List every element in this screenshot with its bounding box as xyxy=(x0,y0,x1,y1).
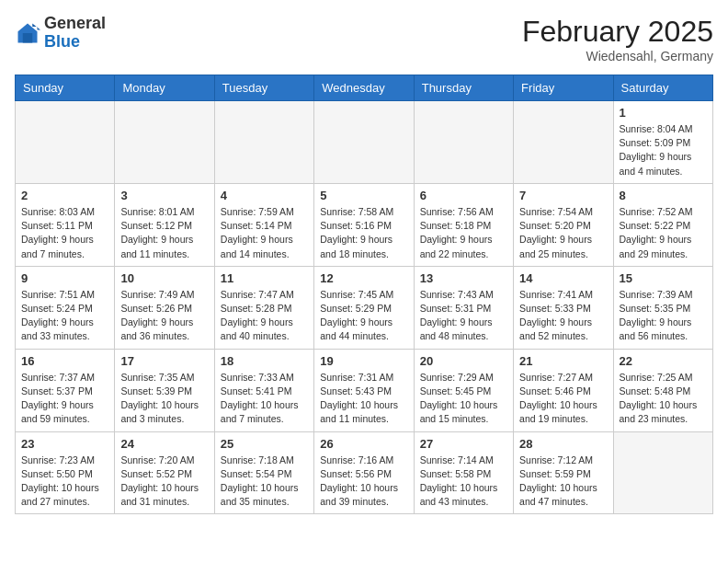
day-number: 6 xyxy=(420,189,507,202)
day-number: 8 xyxy=(620,189,707,202)
calendar-cell: 26Sunrise: 7:16 AM Sunset: 5:56 PM Dayli… xyxy=(314,431,414,514)
calendar-cell: 27Sunrise: 7:14 AM Sunset: 5:58 PM Dayli… xyxy=(414,431,513,514)
svg-rect-2 xyxy=(23,33,33,43)
day-info: Sunrise: 7:39 AM Sunset: 5:35 PM Dayligh… xyxy=(620,288,707,344)
day-number: 27 xyxy=(420,437,507,451)
weekday-header-sunday: Sunday xyxy=(16,75,115,101)
week-row-2: 2Sunrise: 8:03 AM Sunset: 5:11 PM Daylig… xyxy=(16,183,713,266)
day-info: Sunrise: 7:43 AM Sunset: 5:31 PM Dayligh… xyxy=(420,288,507,344)
day-number: 2 xyxy=(21,189,108,202)
calendar-cell: 15Sunrise: 7:39 AM Sunset: 5:35 PM Dayli… xyxy=(613,266,712,349)
day-number: 9 xyxy=(21,271,108,285)
calendar-cell xyxy=(414,101,513,184)
day-number: 25 xyxy=(221,437,308,451)
calendar-cell: 12Sunrise: 7:45 AM Sunset: 5:29 PM Dayli… xyxy=(314,266,414,349)
calendar: SundayMondayTuesdayWednesdayThursdayFrid… xyxy=(15,75,713,514)
day-number: 20 xyxy=(420,354,507,368)
calendar-cell: 17Sunrise: 7:35 AM Sunset: 5:39 PM Dayli… xyxy=(115,349,214,431)
day-number: 10 xyxy=(120,271,208,285)
day-info: Sunrise: 7:27 AM Sunset: 5:46 PM Dayligh… xyxy=(519,371,607,427)
location: Wiedensahl, Germany xyxy=(522,49,713,63)
day-info: Sunrise: 7:45 AM Sunset: 5:29 PM Dayligh… xyxy=(320,288,407,344)
page-header: General Blue February 2025 Wiedensahl, G… xyxy=(15,15,713,63)
week-row-1: 1Sunrise: 8:04 AM Sunset: 5:09 PM Daylig… xyxy=(16,101,713,184)
day-info: Sunrise: 7:14 AM Sunset: 5:58 PM Dayligh… xyxy=(420,454,507,510)
day-info: Sunrise: 7:18 AM Sunset: 5:54 PM Dayligh… xyxy=(221,454,308,510)
day-info: Sunrise: 7:58 AM Sunset: 5:16 PM Dayligh… xyxy=(320,205,407,261)
day-number: 15 xyxy=(620,271,707,285)
calendar-cell: 4Sunrise: 7:59 AM Sunset: 5:14 PM Daylig… xyxy=(214,183,313,266)
day-info: Sunrise: 7:49 AM Sunset: 5:26 PM Dayligh… xyxy=(120,288,208,344)
day-info: Sunrise: 8:03 AM Sunset: 5:11 PM Dayligh… xyxy=(21,205,108,261)
day-info: Sunrise: 7:35 AM Sunset: 5:39 PM Dayligh… xyxy=(120,371,208,427)
weekday-header-monday: Monday xyxy=(115,75,214,101)
day-info: Sunrise: 8:04 AM Sunset: 5:09 PM Dayligh… xyxy=(620,122,707,178)
weekday-header-friday: Friday xyxy=(514,75,613,101)
day-number: 19 xyxy=(320,354,407,368)
day-number: 14 xyxy=(519,271,607,285)
day-info: Sunrise: 7:51 AM Sunset: 5:24 PM Dayligh… xyxy=(21,288,108,344)
day-info: Sunrise: 7:16 AM Sunset: 5:56 PM Dayligh… xyxy=(320,454,407,510)
day-info: Sunrise: 7:54 AM Sunset: 5:20 PM Dayligh… xyxy=(519,205,607,261)
calendar-cell: 23Sunrise: 7:23 AM Sunset: 5:50 PM Dayli… xyxy=(16,431,115,514)
logo-blue-text: Blue xyxy=(44,32,80,51)
day-info: Sunrise: 7:59 AM Sunset: 5:14 PM Dayligh… xyxy=(221,205,308,261)
calendar-cell: 7Sunrise: 7:54 AM Sunset: 5:20 PM Daylig… xyxy=(514,183,613,266)
day-number: 16 xyxy=(21,354,108,368)
calendar-cell: 2Sunrise: 8:03 AM Sunset: 5:11 PM Daylig… xyxy=(16,183,115,266)
calendar-cell: 14Sunrise: 7:41 AM Sunset: 5:33 PM Dayli… xyxy=(514,266,613,349)
calendar-cell: 6Sunrise: 7:56 AM Sunset: 5:18 PM Daylig… xyxy=(414,183,513,266)
calendar-cell: 16Sunrise: 7:37 AM Sunset: 5:37 PM Dayli… xyxy=(16,349,115,431)
calendar-cell xyxy=(16,101,115,184)
calendar-cell: 10Sunrise: 7:49 AM Sunset: 5:26 PM Dayli… xyxy=(115,266,214,349)
day-number: 21 xyxy=(519,354,607,368)
day-info: Sunrise: 7:56 AM Sunset: 5:18 PM Dayligh… xyxy=(420,205,507,261)
day-info: Sunrise: 7:25 AM Sunset: 5:48 PM Dayligh… xyxy=(620,371,707,427)
day-info: Sunrise: 7:37 AM Sunset: 5:37 PM Dayligh… xyxy=(21,371,108,427)
calendar-cell: 19Sunrise: 7:31 AM Sunset: 5:43 PM Dayli… xyxy=(314,349,414,431)
day-number: 1 xyxy=(620,106,707,120)
calendar-cell: 21Sunrise: 7:27 AM Sunset: 5:46 PM Dayli… xyxy=(514,349,613,431)
logo-general: General xyxy=(44,14,106,32)
day-number: 3 xyxy=(120,189,208,202)
day-info: Sunrise: 7:31 AM Sunset: 5:43 PM Dayligh… xyxy=(320,371,407,427)
weekday-header-tuesday: Tuesday xyxy=(214,75,313,101)
calendar-cell: 28Sunrise: 7:12 AM Sunset: 5:59 PM Dayli… xyxy=(514,431,613,514)
calendar-cell: 3Sunrise: 8:01 AM Sunset: 5:12 PM Daylig… xyxy=(115,183,214,266)
day-info: Sunrise: 7:47 AM Sunset: 5:28 PM Dayligh… xyxy=(221,288,308,344)
calendar-cell: 24Sunrise: 7:20 AM Sunset: 5:52 PM Dayli… xyxy=(115,431,214,514)
calendar-cell: 22Sunrise: 7:25 AM Sunset: 5:48 PM Dayli… xyxy=(613,349,712,431)
calendar-cell xyxy=(514,101,613,184)
calendar-cell: 5Sunrise: 7:58 AM Sunset: 5:16 PM Daylig… xyxy=(314,183,414,266)
weekday-header-thursday: Thursday xyxy=(414,75,513,101)
day-number: 23 xyxy=(21,437,108,451)
logo-text: General Blue xyxy=(44,15,106,52)
calendar-cell: 1Sunrise: 8:04 AM Sunset: 5:09 PM Daylig… xyxy=(613,101,712,184)
weekday-header-saturday: Saturday xyxy=(613,75,712,101)
day-number: 7 xyxy=(519,189,607,202)
logo: General Blue xyxy=(15,15,106,52)
calendar-cell: 9Sunrise: 7:51 AM Sunset: 5:24 PM Daylig… xyxy=(16,266,115,349)
calendar-cell xyxy=(214,101,313,184)
day-number: 17 xyxy=(120,354,208,368)
day-info: Sunrise: 7:12 AM Sunset: 5:59 PM Dayligh… xyxy=(519,454,607,510)
calendar-cell: 13Sunrise: 7:43 AM Sunset: 5:31 PM Dayli… xyxy=(414,266,513,349)
day-number: 24 xyxy=(120,437,208,451)
day-number: 11 xyxy=(221,271,308,285)
day-number: 28 xyxy=(519,437,607,451)
day-number: 13 xyxy=(420,271,507,285)
calendar-cell xyxy=(115,101,214,184)
weekday-header-wednesday: Wednesday xyxy=(314,75,414,101)
week-row-3: 9Sunrise: 7:51 AM Sunset: 5:24 PM Daylig… xyxy=(16,266,713,349)
week-row-4: 16Sunrise: 7:37 AM Sunset: 5:37 PM Dayli… xyxy=(16,349,713,431)
day-info: Sunrise: 7:20 AM Sunset: 5:52 PM Dayligh… xyxy=(120,454,208,510)
day-number: 26 xyxy=(320,437,407,451)
logo-icon xyxy=(15,20,40,46)
calendar-cell: 11Sunrise: 7:47 AM Sunset: 5:28 PM Dayli… xyxy=(214,266,313,349)
weekday-header-row: SundayMondayTuesdayWednesdayThursdayFrid… xyxy=(16,75,713,101)
day-number: 12 xyxy=(320,271,407,285)
calendar-cell: 8Sunrise: 7:52 AM Sunset: 5:22 PM Daylig… xyxy=(613,183,712,266)
day-number: 5 xyxy=(320,189,407,202)
day-info: Sunrise: 7:33 AM Sunset: 5:41 PM Dayligh… xyxy=(221,371,308,427)
day-number: 18 xyxy=(221,354,308,368)
